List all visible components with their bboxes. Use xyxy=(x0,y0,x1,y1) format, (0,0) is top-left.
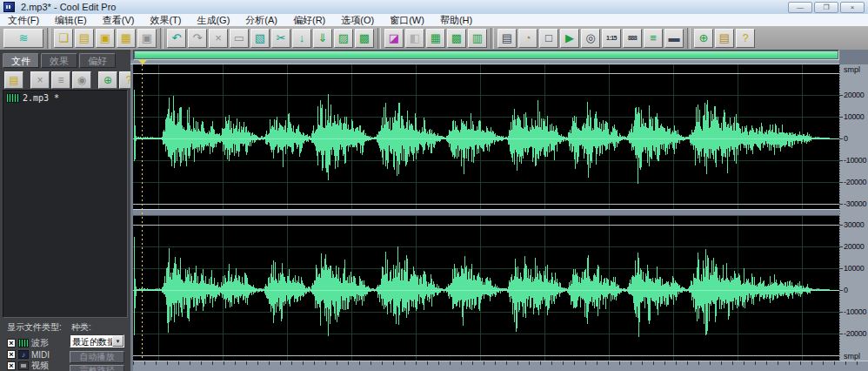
cue-list-icon: ▤ xyxy=(502,32,512,44)
cut-button[interactable]: ✂ xyxy=(271,29,290,48)
convert-sample-type-button[interactable]: ▦ xyxy=(426,29,445,48)
menu-view[interactable]: 查看(V) xyxy=(95,14,143,26)
menu-favorites[interactable]: 偏好(R) xyxy=(285,14,333,26)
file-list[interactable]: 2.mp3* xyxy=(3,90,128,318)
settings-button[interactable]: ⊕ xyxy=(694,29,713,48)
cue-list-button[interactable]: ▤ xyxy=(497,29,517,48)
titlebar[interactable]: 2.mp3* - Cool Edit Pro —❐× xyxy=(0,0,868,15)
playback-cursor-handle[interactable] xyxy=(138,60,147,64)
tab-favorites[interactable]: 偏好 xyxy=(79,53,116,68)
menu-edit[interactable]: 编辑(E) xyxy=(47,14,95,26)
menu-analyze[interactable]: 分析(A) xyxy=(237,14,285,26)
undo-button[interactable]: ↶ xyxy=(167,29,186,48)
sample-format-button[interactable]: 888 xyxy=(623,29,642,48)
channel-divider[interactable] xyxy=(133,209,839,216)
multitrack-view-button[interactable]: ≋ xyxy=(3,29,43,48)
scripts-icon: ▤ xyxy=(719,32,730,44)
close-button[interactable]: × xyxy=(840,2,865,13)
open-file-button[interactable]: ▤ xyxy=(4,71,23,89)
timeline-ruler[interactable] xyxy=(133,361,868,371)
clock-window-button[interactable]: ◔ xyxy=(518,29,537,48)
save-as-button[interactable]: ▦ xyxy=(117,29,136,48)
file-type-row: 波形 xyxy=(7,338,49,348)
batch-convert-button[interactable]: ▩ xyxy=(447,29,466,48)
left-channel-waveform[interactable] xyxy=(133,64,839,209)
window-title: 2.mp3* - Cool Edit Pro xyxy=(21,0,116,14)
new-file-button[interactable]: ❏ xyxy=(54,29,73,48)
scale-tick xyxy=(839,312,843,313)
waveform-file-icon xyxy=(6,93,20,103)
overview-scrollbar[interactable] xyxy=(133,50,839,60)
minimize-button[interactable]: — xyxy=(788,2,812,13)
organizer-panel: 文件效果偏好 ▤×≡◉⊕? 2.mp3* 显示文件类型: 种类: 波形♪MIDI… xyxy=(0,50,130,371)
insert-multitrack-icon: ≡ xyxy=(57,75,63,85)
menu-file[interactable]: 文件(F) xyxy=(0,14,47,26)
toolbar-separator xyxy=(47,28,50,49)
checkbox-video[interactable] xyxy=(7,361,16,370)
spectral-view-button[interactable]: ◧ xyxy=(405,29,424,48)
file-type-label: 波形 xyxy=(31,337,49,349)
monitor-window-button[interactable]: □ xyxy=(539,29,558,48)
save-file-button[interactable]: ▣ xyxy=(96,29,115,48)
menu-window[interactable]: 窗口(W) xyxy=(382,14,432,26)
menu-help[interactable]: 帮助(H) xyxy=(432,14,480,26)
waveform-icon xyxy=(18,339,29,347)
unit-label-top: smpl xyxy=(844,66,860,74)
paste-to-new-button[interactable]: ▩ xyxy=(355,29,374,48)
tab-files[interactable]: 文件 xyxy=(3,53,39,68)
level-meter-button[interactable]: ≡ xyxy=(644,29,663,48)
file-item[interactable]: 2.mp3* xyxy=(3,91,127,103)
time-format-button[interactable]: 1:15 xyxy=(602,29,621,48)
amplitude-scale[interactable]: smpl smpl 20000100000-10000-20000-300003… xyxy=(839,64,868,361)
checkbox-midi[interactable] xyxy=(7,350,16,359)
horizontal-bar-button[interactable]: ▬ xyxy=(664,29,684,48)
close-file-button[interactable]: × xyxy=(30,71,50,89)
sort-options-button[interactable]: ⊕ xyxy=(98,71,117,89)
help-button[interactable]: ? xyxy=(736,29,755,48)
toolbar-separator xyxy=(491,28,494,49)
group-convert-button[interactable]: ▥ xyxy=(468,29,487,48)
group-convert-icon: ▥ xyxy=(472,32,483,44)
copy-to-new-button[interactable]: ▨ xyxy=(334,29,353,48)
full-path-button[interactable]: 完整路径 xyxy=(70,365,124,371)
menubar: 文件(F)编辑(E)查看(V)效果(T)生成(G)分析(A)偏好(R)选项(O)… xyxy=(0,14,868,27)
checkbox-waveform[interactable] xyxy=(7,339,16,347)
restore-button[interactable]: ❐ xyxy=(814,2,838,13)
open-file-button[interactable]: ▤ xyxy=(75,29,94,48)
trim-button[interactable]: ▭ xyxy=(230,29,249,48)
paste-button[interactable]: ↓ xyxy=(292,29,311,48)
scale-tick xyxy=(839,95,843,96)
menu-generate[interactable]: 生成(G) xyxy=(189,14,237,26)
view-toggle-group: ≋ xyxy=(3,29,44,48)
zoom-window-button[interactable]: ◎ xyxy=(581,29,600,48)
chevron-down-icon[interactable]: ▼ xyxy=(112,335,124,347)
tab-effects[interactable]: 效果 xyxy=(41,53,77,68)
menu-effects[interactable]: 效果(T) xyxy=(142,14,189,26)
save-copy-button[interactable]: ▣ xyxy=(137,29,157,48)
clock-window-icon: ◔ xyxy=(524,32,531,44)
right-channel-waveform[interactable] xyxy=(133,216,839,361)
sort-dropdown[interactable]: 最近的数据 ▼ xyxy=(70,334,124,347)
copy-button[interactable]: ▧ xyxy=(250,29,270,48)
insert-cd-button[interactable]: ◉ xyxy=(72,71,91,89)
scale-label: -30000 xyxy=(844,200,866,208)
menu-options[interactable]: 选项(O) xyxy=(333,14,382,26)
scale-tick xyxy=(839,182,843,183)
batch-convert-icon: ▩ xyxy=(451,32,462,44)
toolbar-separator xyxy=(687,28,691,49)
edit-waveform-button[interactable]: ◪ xyxy=(384,29,404,48)
zoom-window-icon: ◎ xyxy=(585,32,595,44)
scale-tick xyxy=(839,160,843,161)
scripts-button[interactable]: ▤ xyxy=(715,29,734,48)
midi-icon: ♪ xyxy=(18,350,29,359)
auto-play-button[interactable]: 自动播放 xyxy=(70,351,124,363)
redo-button[interactable]: ↷ xyxy=(188,29,207,48)
cool-edit-pro-window: 2.mp3* - Cool Edit Pro —❐× 文件(F)编辑(E)查看(… xyxy=(0,0,868,371)
delete-button[interactable]: × xyxy=(209,29,228,48)
new-file-icon: ❏ xyxy=(58,32,69,44)
insert-multitrack-button[interactable]: ≡ xyxy=(51,71,70,89)
play-window-button[interactable]: ▶ xyxy=(560,29,579,48)
overview-scrollbar-thumb[interactable] xyxy=(135,51,838,58)
mix-paste-button[interactable]: ⇓ xyxy=(313,29,332,48)
scale-label: 10000 xyxy=(844,113,865,121)
